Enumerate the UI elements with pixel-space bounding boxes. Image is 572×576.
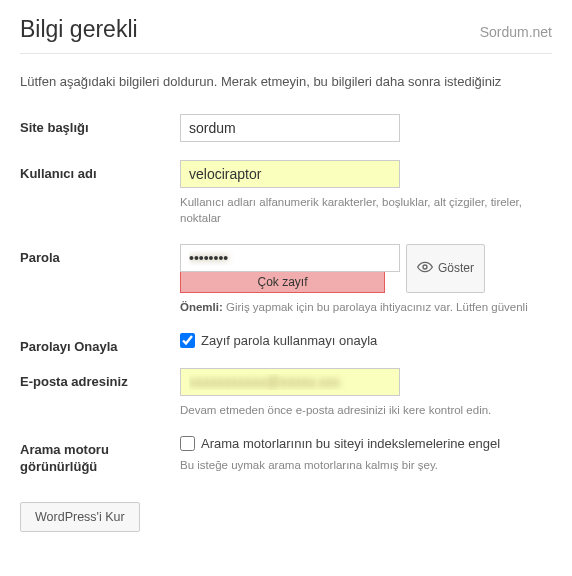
password-row: Parola Çok zayıf Göster	[20, 244, 552, 315]
page-title: Bilgi gerekli	[20, 16, 138, 43]
site-title-input[interactable]	[180, 114, 400, 142]
confirm-password-row: Parolayı Onayla Zayıf parola kullanmayı …	[20, 333, 552, 356]
svg-point-0	[423, 265, 427, 269]
confirm-password-label: Parolayı Onayla	[20, 333, 180, 356]
search-engine-hint: Bu isteğe uymak arama motorlarına kalmış…	[180, 457, 552, 473]
username-label: Kullanıcı adı	[20, 160, 180, 183]
search-engine-label: Arama motoru görünürlüğü	[20, 436, 180, 476]
search-engine-block[interactable]: Arama motorlarının bu siteyi indekslemel…	[180, 436, 552, 451]
divider	[20, 53, 552, 54]
email-hint: Devam etmeden önce e-posta adresinizi ik…	[180, 402, 552, 418]
password-hint: Önemli: Giriş yapmak için bu parolaya ih…	[180, 299, 552, 315]
search-engine-checkbox-label: Arama motorlarının bu siteyi indekslemel…	[201, 436, 500, 451]
eye-icon	[417, 261, 433, 276]
search-engine-checkbox[interactable]	[180, 436, 195, 451]
site-title-row: Site başlığı	[20, 114, 552, 142]
brand-label: Sordum.net	[480, 24, 552, 40]
site-title-label: Site başlığı	[20, 114, 180, 137]
password-toggle-button[interactable]: Göster	[406, 244, 485, 293]
username-row: Kullanıcı adı Kullanıcı adları alfanumer…	[20, 160, 552, 226]
password-label: Parola	[20, 244, 180, 267]
intro-text: Lütfen aşağıdaki bilgileri doldurun. Mer…	[20, 72, 552, 92]
weak-password-confirm[interactable]: Zayıf parola kullanmayı onayla	[180, 333, 552, 348]
username-hint: Kullanıcı adları alfanumerik karakterler…	[180, 194, 552, 226]
install-button[interactable]: WordPress'i Kur	[20, 502, 140, 532]
username-input[interactable]	[180, 160, 400, 188]
weak-password-checkbox[interactable]	[180, 333, 195, 348]
password-strength-badge: Çok zayıf	[180, 272, 385, 293]
email-input[interactable]	[180, 368, 400, 396]
email-label: E-posta adresiniz	[20, 368, 180, 391]
weak-password-label: Zayıf parola kullanmayı onayla	[201, 333, 377, 348]
password-input[interactable]	[180, 244, 400, 272]
password-toggle-label: Göster	[438, 261, 474, 275]
search-engine-row: Arama motoru görünürlüğü Arama motorları…	[20, 436, 552, 476]
email-row: E-posta adresiniz Devam etmeden önce e-p…	[20, 368, 552, 418]
